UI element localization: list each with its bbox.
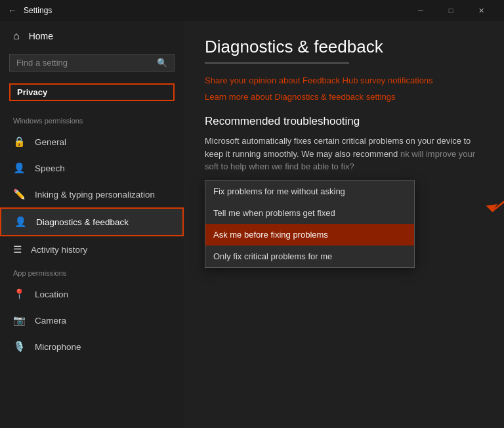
recommended-troubleshooting-title: Recommended troubleshooting <box>205 115 483 128</box>
sidebar-item-label: Activity history <box>31 245 87 255</box>
app-permissions-label: App permissions <box>0 263 184 281</box>
location-icon: 📍 <box>13 288 26 300</box>
sidebar: ⌂ Home 🔍 Privacy Windows permissions 🔒 G… <box>0 21 184 428</box>
sidebar-item-diagnostics[interactable]: 👤 Diagnostics & feedback <box>0 207 184 236</box>
page-title: Diagnostics & feedback <box>205 37 483 57</box>
sidebar-item-label: Diagnostics & feedback <box>36 217 129 227</box>
window-controls: ─ □ ✕ <box>406 0 496 21</box>
activity-icon: ☰ <box>13 244 22 255</box>
content-area: Diagnostics & feedback Share your opinio… <box>184 21 504 428</box>
sidebar-item-general[interactable]: 🔒 General <box>0 129 184 155</box>
home-icon: ⌂ <box>13 30 20 42</box>
titlebar: ← Settings ─ □ ✕ <box>0 0 504 21</box>
sidebar-item-label: Inking & typing personalization <box>35 190 155 200</box>
sidebar-item-label: Location <box>35 289 68 299</box>
close-button[interactable]: ✕ <box>466 0 496 21</box>
recommended-body: Microsoft automatically fixes certain cr… <box>205 135 480 173</box>
sidebar-item-label: Speech <box>35 163 65 173</box>
search-box[interactable]: 🔍 <box>9 54 175 72</box>
camera-icon: 📷 <box>13 314 26 326</box>
dropdown-option-ask-me[interactable]: Ask me before fixing problems <box>205 224 414 246</box>
search-input[interactable] <box>16 58 157 68</box>
dropdown-option-critical[interactable]: Only fix critical problems for me <box>205 246 414 267</box>
diagnostics-icon: 👤 <box>14 216 27 228</box>
search-icon: 🔍 <box>157 58 167 68</box>
general-icon: 🔒 <box>13 136 26 148</box>
dropdown-menu: Fix problems for me without asking Tell … <box>205 180 415 268</box>
sidebar-item-label: General <box>35 137 66 147</box>
dropdown-option-tell-me[interactable]: Tell me when problems get fixed <box>205 202 414 224</box>
sidebar-item-location[interactable]: 📍 Location <box>0 281 184 307</box>
sidebar-item-microphone[interactable]: 🎙️ Microphone <box>0 333 184 360</box>
sidebar-item-activity[interactable]: ☰ Activity history <box>0 236 184 263</box>
privacy-section-label: Privacy <box>9 83 175 101</box>
sidebar-item-speech[interactable]: 👤 Speech <box>0 155 184 181</box>
learn-more-diagnostics-link[interactable]: Learn more about Diagnostics & feedback … <box>205 92 483 102</box>
windows-permissions-label: Windows permissions <box>0 110 184 129</box>
feedback-hub-link[interactable]: Share your opinion about Feedback Hub su… <box>205 75 483 85</box>
speech-icon: 👤 <box>13 162 26 174</box>
home-label: Home <box>29 31 53 41</box>
app-container: ⌂ Home 🔍 Privacy Windows permissions 🔒 G… <box>0 21 504 428</box>
page-title-underline <box>205 62 349 64</box>
sidebar-item-label: Camera <box>35 316 66 326</box>
svg-marker-1 <box>486 204 497 211</box>
svg-line-0 <box>492 182 504 211</box>
sidebar-item-home[interactable]: ⌂ Home <box>0 21 184 51</box>
minimize-button[interactable]: ─ <box>406 0 436 21</box>
inking-icon: ✏️ <box>13 188 26 200</box>
maximize-button[interactable]: □ <box>436 0 466 21</box>
titlebar-title: Settings <box>24 6 406 15</box>
back-button[interactable]: ← <box>8 5 17 16</box>
sidebar-item-inking[interactable]: ✏️ Inking & typing personalization <box>0 181 184 207</box>
dropdown-option-fix-auto[interactable]: Fix problems for me without asking <box>205 181 414 202</box>
microphone-icon: 🎙️ <box>13 341 26 353</box>
sidebar-item-camera[interactable]: 📷 Camera <box>0 307 184 333</box>
sidebar-item-label: Microphone <box>35 342 81 352</box>
